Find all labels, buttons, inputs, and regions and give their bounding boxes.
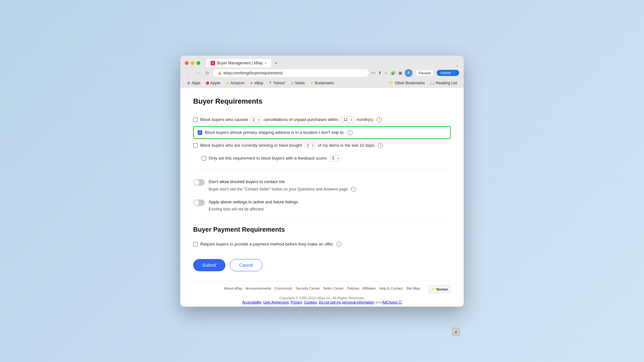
toggle-apply-settings[interactable] <box>193 200 205 206</box>
forward-button[interactable]: → <box>194 70 202 76</box>
new-tab-button[interactable]: + <box>272 59 280 67</box>
row1-text1: Block buyers who caused <box>200 117 248 122</box>
items-count-select[interactable]: 2345 <box>305 142 315 149</box>
toggle1-text-group: Don't allow blocked buyers to contact me… <box>209 179 356 192</box>
tab-title: Buyer Management | eBay <box>217 61 263 65</box>
paused-button[interactable]: Paused <box>415 70 434 76</box>
apps-icon: ⊞ <box>187 81 191 85</box>
items-info-icon[interactable]: i <box>378 143 383 148</box>
footer-affiliates[interactable]: Affiliates <box>363 286 376 290</box>
checkbox-items[interactable] <box>193 143 198 148</box>
footer-policies[interactable]: Policies <box>347 286 359 290</box>
sidebar-icon[interactable]: ▣ <box>398 70 402 75</box>
nav-actions: 🗝 ⬆ ☆ 🧩 ▣ P Paused Update ⋮ <box>371 69 459 77</box>
profile-avatar[interactable]: P <box>405 69 412 77</box>
bookmark-ebay[interactable]: e eBay <box>248 80 265 86</box>
bookmark-amazon[interactable]: a Amazon <box>223 80 246 86</box>
row3-text1: Block buyers who are currently winning o… <box>200 143 302 148</box>
footer-help[interactable]: Help & Contact <box>379 286 403 290</box>
norton-check-icon: ✔ <box>431 287 435 292</box>
divider1 <box>193 170 451 170</box>
star-icon[interactable]: ☆ <box>384 70 388 75</box>
reading-list-icon: 📖 <box>430 81 435 85</box>
back-button[interactable]: ← <box>185 70 192 76</box>
footer-announcements[interactable]: Announcements <box>246 286 271 290</box>
toggle1-info-icon[interactable]: i <box>351 187 356 192</box>
checkbox-shipping[interactable] <box>198 130 202 135</box>
other-bookmarks[interactable]: 📁 Other Bookmarks <box>387 80 427 86</box>
maximize-button[interactable] <box>196 61 200 65</box>
share-icon[interactable]: ⬆ <box>378 70 382 75</box>
cancellations-info-icon[interactable]: i <box>377 117 382 122</box>
bookmark-news[interactable]: 📰 News <box>289 80 307 86</box>
toggle-group-apply-settings: Apply above settings to active and futur… <box>193 196 451 215</box>
do-not-sell-link[interactable]: Do not sell my personal information <box>319 300 374 304</box>
requirement-row-feedback: Only set this requirement to block buyer… <box>193 152 451 165</box>
submit-button[interactable]: Submit <box>193 259 225 271</box>
toggle2-desc: Existing bids will not be affected. <box>209 207 298 211</box>
close-button[interactable] <box>185 61 189 65</box>
norton-label: Norton <box>436 287 448 291</box>
footer-seller[interactable]: Seller Center <box>323 286 344 290</box>
minimize-button[interactable] <box>191 61 194 65</box>
items-count-wrapper: 2345 <box>305 142 315 149</box>
footer-legal-text: Accessibility, User Agreement, Privacy, … <box>242 300 402 304</box>
user-agreement-link[interactable]: User Agreement <box>263 300 289 304</box>
row2-text: Block buyers whose primary shipping addr… <box>205 130 345 135</box>
key-icon[interactable]: 🗝 <box>371 70 375 75</box>
toggle-group-blocked-buyers: Don't allow blocked buyers to contact me… <box>193 175 451 196</box>
accessibility-link[interactable]: Accessibility <box>242 300 261 304</box>
feedback-score-select[interactable]: 54321 <box>330 155 341 162</box>
bookmark-amazon-label: Amazon <box>230 81 244 85</box>
page-content: Buyer Requirements Block buyers who caus… <box>180 88 464 307</box>
cancel-button[interactable]: Cancel <box>230 259 263 271</box>
toggle1-label: Don't allow blocked buyers to contact me <box>209 179 356 184</box>
bookmark-bookmarks[interactable]: ★ Bookmarks <box>308 80 336 86</box>
footer-community[interactable]: Community <box>274 286 292 290</box>
divider2 <box>193 220 451 221</box>
cancellations-count-select[interactable]: 2345 <box>250 116 261 123</box>
toggle-blocked-buyers[interactable] <box>193 179 205 186</box>
news-icon: 📰 <box>290 81 294 85</box>
footer-sitemap[interactable]: Site Map <box>406 286 420 290</box>
checkbox-feedback[interactable] <box>202 156 206 161</box>
reading-list-label: Reading List <box>436 81 457 85</box>
update-label: Update <box>440 71 451 75</box>
row1-text3: month(s). <box>356 117 374 122</box>
cancellations-count-wrapper: 2345 <box>250 116 261 123</box>
reload-button[interactable]: ↻ <box>204 70 211 76</box>
toggle1-desc: Buyer won't see the "Contact Seller" but… <box>209 187 356 192</box>
requirement-row-payment: Require buyers to provide a payment meth… <box>193 238 451 250</box>
toggle2-text-group: Apply above settings to active and futur… <box>209 200 298 211</box>
cancellations-months-select[interactable]: 1263 <box>341 116 354 123</box>
footer-security[interactable]: Security Center <box>296 286 320 290</box>
other-bookmarks-label: Other Bookmarks <box>395 81 425 85</box>
tab-bar: e Buyer Management | eBay × + ⌄ <box>206 59 459 67</box>
tab-collapse-icon: ⌄ <box>455 62 459 67</box>
requirement-row-shipping: Block buyers whose primary shipping addr… <box>193 126 451 139</box>
active-tab[interactable]: e Buyer Management | eBay × <box>206 59 271 67</box>
reading-list[interactable]: 📖 Reading List <box>428 80 459 86</box>
adchoice-link[interactable]: AdChoice ⓘ <box>382 300 402 304</box>
tab-close-button[interactable]: × <box>265 61 267 65</box>
toggle2-label: Apply above settings to active and futur… <box>209 200 298 204</box>
row1-text2: cancellations of unpaid purchases within <box>263 117 338 122</box>
window-controls <box>185 61 200 65</box>
shipping-info-icon[interactable]: i <box>347 130 353 135</box>
checkbox-payment[interactable] <box>193 242 198 246</box>
bookmark-apps[interactable]: ⊞ Apps <box>185 80 202 86</box>
update-menu-icon: ⋮ <box>452 71 456 75</box>
yahoo-icon: Y <box>268 81 272 85</box>
puzzle-icon[interactable]: 🧩 <box>391 70 396 75</box>
feedback-score-wrapper: 54321 <box>330 155 341 162</box>
footer-about[interactable]: About eBay <box>224 286 242 290</box>
address-bar[interactable]: 🔒 ebay.com/bmgt/buyerrequirements <box>213 69 369 77</box>
bookmark-yahoo-label: Yahoo! <box>273 81 285 85</box>
privacy-link[interactable]: Privacy <box>291 300 302 304</box>
payment-info-icon[interactable]: i <box>336 242 342 247</box>
bookmark-apple[interactable]: 🍎 Apple <box>204 80 222 86</box>
update-button[interactable]: Update ⋮ <box>437 70 459 76</box>
cookies-link[interactable]: Cookies <box>304 300 317 304</box>
checkbox-cancellations[interactable] <box>193 117 198 122</box>
bookmark-yahoo[interactable]: Y Yahoo! <box>266 80 287 86</box>
